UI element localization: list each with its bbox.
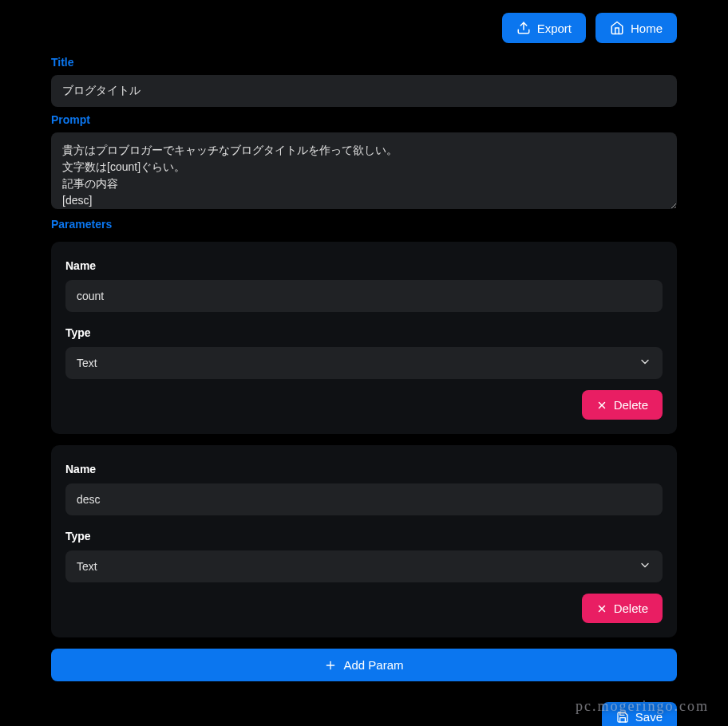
param-actions: Delete <box>65 594 663 623</box>
param-type-select-wrap: Text <box>65 347 663 379</box>
delete-button[interactable]: Delete <box>582 390 663 420</box>
param-name-input[interactable] <box>65 483 663 515</box>
header-buttons: Export Home <box>51 13 677 43</box>
param-type-select[interactable]: Text <box>65 550 663 582</box>
param-type-select-wrap: Text <box>65 550 663 582</box>
param-actions: Delete <box>65 390 663 420</box>
home-button-label: Home <box>631 22 663 35</box>
prompt-section-label: Prompt <box>51 113 677 126</box>
save-button-label: Save <box>635 710 663 724</box>
export-button[interactable]: Export <box>502 13 586 43</box>
param-name-input[interactable] <box>65 280 663 312</box>
plus-icon <box>324 659 337 672</box>
home-button[interactable]: Home <box>595 13 677 43</box>
param-type-label: Type <box>65 326 663 339</box>
parameters-section-label: Parameters <box>51 218 677 231</box>
upload-icon <box>516 21 531 35</box>
footer-actions: Save <box>51 702 677 726</box>
delete-button[interactable]: Delete <box>582 594 663 623</box>
page-container: Export Home Title Prompt Parameters Name… <box>0 0 728 726</box>
param-name-label: Name <box>65 259 663 272</box>
close-icon <box>596 603 607 614</box>
param-type-select[interactable]: Text <box>65 347 663 379</box>
delete-button-label: Delete <box>614 602 648 615</box>
param-name-label: Name <box>65 463 663 475</box>
home-icon <box>610 21 624 35</box>
add-param-button[interactable]: Add Param <box>51 649 677 681</box>
save-icon <box>616 711 629 724</box>
prompt-textarea[interactable] <box>51 132 677 209</box>
close-icon <box>596 400 607 411</box>
title-section-label: Title <box>51 56 677 69</box>
add-param-row: Add Param <box>51 649 677 681</box>
save-button[interactable]: Save <box>602 702 677 726</box>
export-button-label: Export <box>537 22 572 35</box>
add-param-label: Add Param <box>343 658 403 672</box>
delete-button-label: Delete <box>614 398 648 412</box>
title-input[interactable] <box>51 75 677 107</box>
param-type-label: Type <box>65 530 663 543</box>
parameter-card: Name Type Text Delete <box>51 445 677 637</box>
parameter-card: Name Type Text Delete <box>51 242 677 434</box>
